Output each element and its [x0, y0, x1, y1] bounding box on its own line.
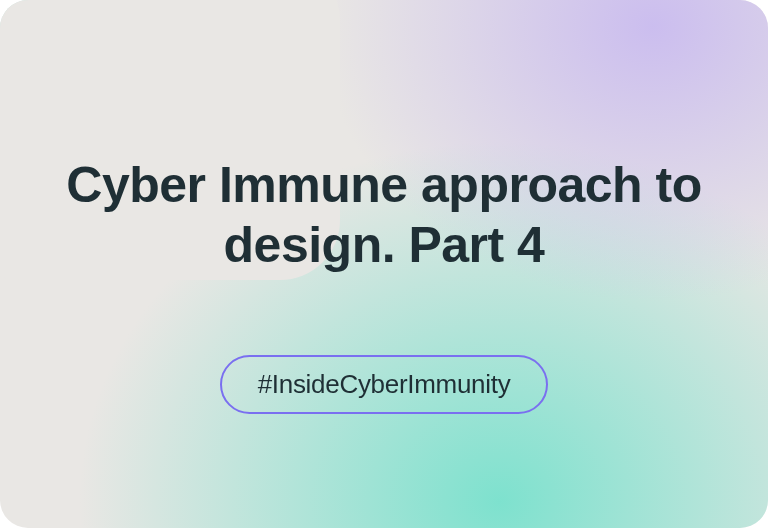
card-content: Cyber Immune approach to design. Part 4 … — [0, 115, 768, 414]
promo-card: Cyber Immune approach to design. Part 4 … — [0, 0, 768, 528]
card-title: Cyber Immune approach to design. Part 4 — [60, 155, 708, 275]
hashtag-pill: #InsideCyberImmunity — [220, 355, 549, 414]
